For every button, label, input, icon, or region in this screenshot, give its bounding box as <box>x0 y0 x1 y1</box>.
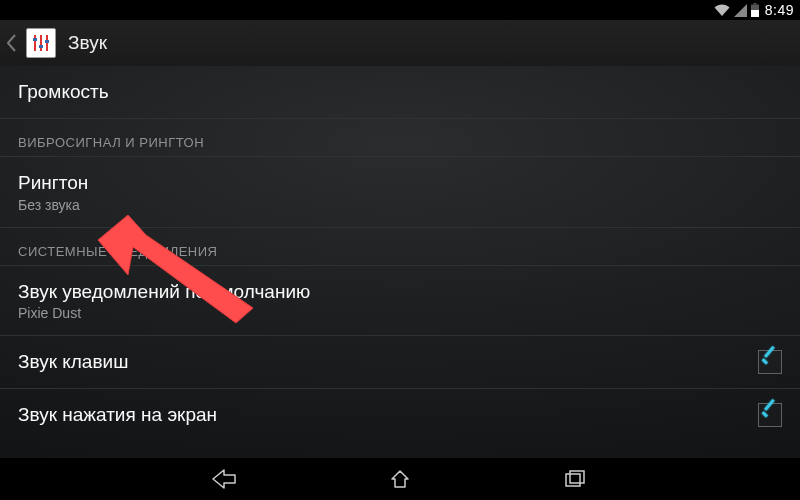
settings-list: Громкость ВИБРОСИГНАЛ И РИНГТОН Рингтон … <box>0 66 800 458</box>
signal-icon <box>734 4 747 17</box>
svg-rect-9 <box>566 474 580 486</box>
default-notification-value: Pixie Dust <box>18 305 310 321</box>
app-bar: Звук <box>0 20 800 67</box>
default-notification-title: Звук уведомлений по умолчанию <box>18 280 310 304</box>
nav-back-button[interactable] <box>206 461 242 497</box>
volume-label: Громкость <box>18 80 109 104</box>
svg-rect-6 <box>33 38 37 41</box>
nav-home-button[interactable] <box>382 461 418 497</box>
dialpad-sounds-title: Звук клавиш <box>18 350 128 374</box>
svg-rect-7 <box>39 45 43 48</box>
ringtone-value: Без звука <box>18 197 88 213</box>
section-vibration-ringtone: ВИБРОСИГНАЛ И РИНГТОН <box>0 119 800 157</box>
touch-sounds-row[interactable]: Звук нажатия на экран <box>0 389 800 431</box>
svg-rect-1 <box>753 3 756 5</box>
svg-rect-8 <box>45 40 49 43</box>
dialpad-sounds-checkbox[interactable] <box>758 350 782 374</box>
touch-sounds-title: Звук нажатия на экран <box>18 403 217 427</box>
volume-row[interactable]: Громкость <box>0 66 800 119</box>
nav-recent-button[interactable] <box>558 461 594 497</box>
touch-sounds-checkbox[interactable] <box>758 403 782 427</box>
ringtone-row[interactable]: Рингтон Без звука <box>0 157 800 228</box>
wifi-icon <box>714 4 730 17</box>
svg-rect-10 <box>570 471 584 483</box>
navigation-bar <box>0 458 800 500</box>
equalizer-icon[interactable] <box>26 28 56 58</box>
dialpad-sounds-row[interactable]: Звук клавиш <box>0 336 800 389</box>
svg-rect-2 <box>751 10 759 17</box>
status-clock: 8:49 <box>765 2 794 18</box>
battery-icon <box>751 3 759 17</box>
back-button[interactable] <box>4 20 20 66</box>
page-title: Звук <box>68 32 107 54</box>
section-system: СИСТЕМНЫЕ УВЕДОМЛЕНИЯ <box>0 228 800 266</box>
status-bar: 8:49 <box>0 0 800 20</box>
default-notification-row[interactable]: Звук уведомлений по умолчанию Pixie Dust <box>0 266 800 337</box>
ringtone-title: Рингтон <box>18 171 88 195</box>
